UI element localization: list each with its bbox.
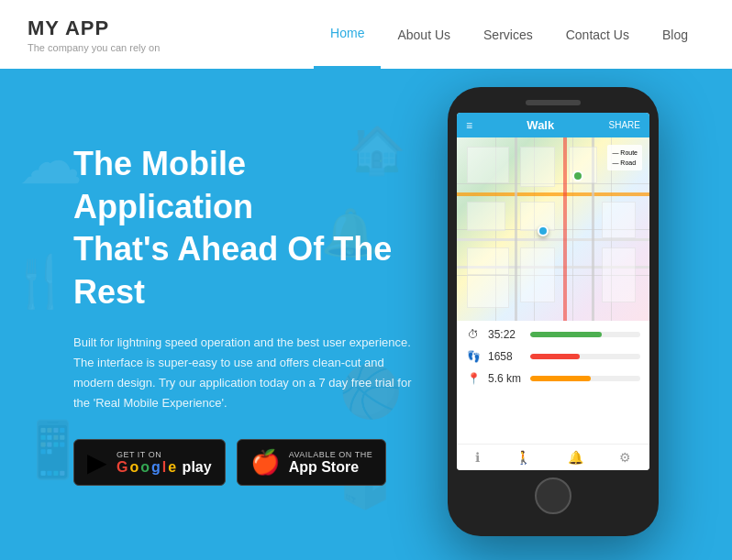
stat-row-steps: 👣 1658	[466, 350, 640, 363]
app-nav-bell-icon[interactable]: 🔔	[568, 450, 583, 465]
stat-steps-bar	[530, 354, 640, 359]
main-nav: Home About Us Services Contact Us Blog	[314, 0, 704, 69]
map-block	[602, 202, 637, 238]
app-topbar: ≡ Walk SHARE	[457, 113, 649, 137]
map-block	[467, 147, 509, 183]
map-road-h2	[457, 238, 649, 241]
google-play-text: GET IT ON Google play	[116, 450, 212, 476]
map-block	[520, 147, 555, 187]
logo-subtitle: The company you can rely on	[28, 42, 160, 53]
app-nav-walk-icon[interactable]: 🚶	[516, 450, 531, 465]
app-store-button[interactable]: 🍎 AVAILABLE ON THE App Store	[237, 439, 387, 486]
app-nav-settings-icon[interactable]: ⚙	[619, 450, 631, 465]
map-road-v2	[563, 137, 567, 321]
stat-time-bar	[530, 332, 640, 337]
stat-steps-value: 1658	[488, 350, 523, 363]
google-play-label-large: Google play	[116, 459, 212, 476]
app-map: — Route — Road	[457, 137, 649, 321]
hero-title: The Mobile ApplicationThat's Ahead Of Th…	[73, 143, 422, 314]
stat-distance-bar	[530, 376, 640, 381]
google-play-icon: ▶	[87, 447, 107, 478]
nav-about[interactable]: About Us	[381, 0, 467, 69]
app-nav-info-icon[interactable]: ℹ	[475, 450, 480, 465]
map-destination-pin	[572, 170, 583, 181]
hero-content: The Mobile ApplicationThat's Ahead Of Th…	[0, 143, 422, 487]
apple-icon: 🍎	[250, 448, 280, 477]
map-location-pin	[538, 225, 549, 236]
app-menu-icon: ≡	[466, 119, 472, 132]
google-play-button[interactable]: ▶ GET IT ON Google play	[73, 439, 226, 486]
app-store-label-large: App Store	[289, 459, 373, 476]
logo: MY APP The company you can rely on	[28, 16, 160, 53]
nav-contact[interactable]: Contact Us	[549, 0, 646, 69]
nav-services[interactable]: Services	[467, 0, 549, 69]
phone-home-button	[535, 478, 571, 514]
google-play-label-small: GET IT ON	[116, 450, 212, 459]
phone-screen: ≡ Walk SHARE	[457, 113, 649, 470]
store-buttons: ▶ GET IT ON Google play 🍎 AVAILABLE ON T…	[73, 439, 422, 486]
map-block	[602, 247, 637, 302]
nav-links: Home About Us Services Contact Us Blog	[314, 0, 704, 69]
nav-blog[interactable]: Blog	[646, 0, 704, 69]
app-screen-title: Walk	[527, 118, 554, 132]
steps-icon: 👣	[466, 350, 481, 363]
phone-speaker	[526, 100, 581, 105]
hero-section: ☁ 🍴 📱 🏠 🏀 📦 🔔 The Mobile ApplicationThat…	[0, 69, 732, 560]
distance-icon: 📍	[466, 372, 481, 385]
map-block	[467, 202, 505, 231]
map-legend: — Route — Road	[607, 145, 642, 170]
map-block	[520, 202, 555, 231]
stat-distance-value: 5.6 km	[488, 372, 523, 385]
map-road-h1	[457, 192, 649, 196]
map-block	[467, 275, 509, 308]
app-bottom-nav: ℹ 🚶 🔔 ⚙	[457, 444, 649, 470]
hero-description: Built for lightning speed operation and …	[73, 333, 422, 413]
stat-time-value: 35:22	[488, 328, 523, 341]
stat-time-fill	[530, 332, 602, 337]
header: MY APP The company you can rely on Home …	[0, 0, 732, 69]
stat-row-time: ⏱ 35:22	[466, 328, 640, 341]
stat-row-distance: 📍 5.6 km	[466, 372, 640, 385]
app-store-text: AVAILABLE ON THE App Store	[289, 450, 373, 476]
logo-title: MY APP	[28, 16, 160, 40]
phone-mockup: ≡ Walk SHARE	[448, 87, 659, 536]
app-share-label: SHARE	[609, 120, 640, 130]
stat-distance-fill	[530, 376, 591, 381]
map-block	[467, 247, 509, 275]
map-block	[520, 247, 555, 302]
app-stats: ⏱ 35:22 👣 1658 📍	[457, 321, 649, 444]
stat-steps-fill	[530, 354, 580, 359]
map-road-v1	[515, 137, 517, 321]
clock-icon: ⏱	[466, 328, 481, 341]
app-store-label-small: AVAILABLE ON THE	[289, 450, 373, 459]
phone-body: ≡ Walk SHARE	[448, 87, 659, 536]
nav-home[interactable]: Home	[314, 0, 381, 69]
